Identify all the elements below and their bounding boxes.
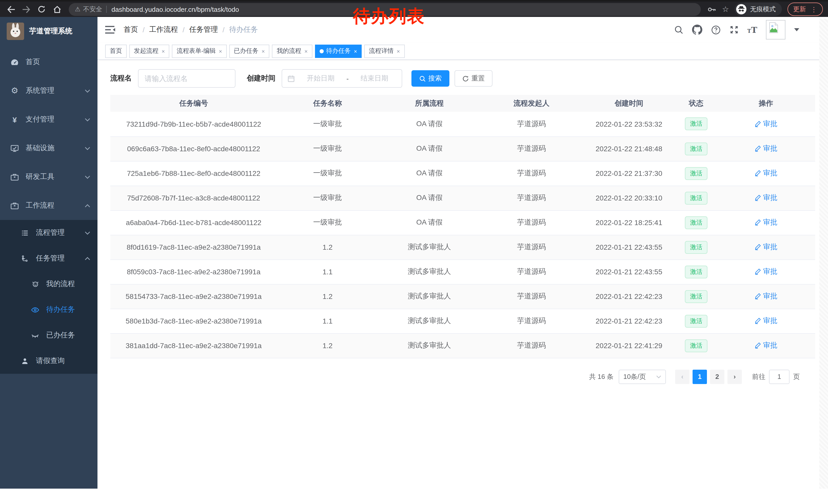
browser-menu-dots-icon[interactable]: ⋮ (811, 5, 817, 13)
browser-forward-icon[interactable] (18, 3, 34, 16)
sidebar-item-home[interactable]: 首页 (0, 48, 97, 77)
process-name: 测试多审批人 (378, 284, 481, 309)
github-icon[interactable] (692, 25, 702, 35)
approve-link[interactable]: 审批 (754, 292, 778, 301)
col-task-name: 任务名称 (277, 95, 378, 112)
approve-link[interactable]: 审批 (754, 144, 778, 153)
avatar[interactable] (766, 20, 785, 40)
browser-reload-icon[interactable] (34, 3, 49, 16)
date-range-picker[interactable]: 开始日期 - 结束日期 (282, 69, 402, 88)
chevron-up-icon (85, 257, 90, 260)
font-size-icon[interactable]: TT (747, 25, 757, 35)
sidebar-item-todo-tasks[interactable]: 待办任务 (0, 297, 97, 322)
approve-link[interactable]: 审批 (754, 267, 778, 276)
sidebar-item-label: 研发工具 (26, 172, 54, 182)
filter-form: 流程名 创建时间 开始日期 - 结束日期 搜索 (110, 65, 828, 92)
process-starter: 芋道源码 (481, 210, 582, 235)
scrollbar-strip[interactable] (819, 18, 828, 489)
tab-done-tasks[interactable]: 已办任务 × (229, 44, 270, 58)
sidebar-item-process-management[interactable]: 流程管理 (0, 220, 97, 245)
sidebar-item-my-process[interactable]: 我的流程 (0, 271, 97, 297)
process-starter: 芋道源码 (481, 309, 582, 333)
close-icon[interactable]: × (354, 48, 357, 54)
page-size-select[interactable]: 10条/页 (619, 369, 666, 384)
tab-todo-tasks[interactable]: 待办任务 × (315, 44, 362, 58)
table-row: 73211d9d-7b9b-11ec-b5b7-acde48001122 一级审… (110, 112, 815, 136)
status-badge: 激活 (685, 142, 707, 155)
approve-link[interactable]: 审批 (754, 218, 778, 227)
approve-link[interactable]: 审批 (754, 341, 778, 350)
approve-link[interactable]: 审批 (754, 169, 778, 178)
sidebar-item-system[interactable]: ⚙ 系统管理 (0, 77, 97, 105)
bookmark-star-icon[interactable]: ☆ (722, 5, 729, 14)
status-badge: 激活 (685, 241, 707, 254)
search-icon[interactable] (674, 25, 683, 34)
end-date-placeholder[interactable]: 结束日期 (353, 74, 397, 83)
password-key-icon[interactable] (707, 4, 716, 14)
goto-page-input[interactable] (769, 369, 790, 384)
task-id: a6aba0a4-7b6d-11ec-b781-acde48001122 (110, 210, 277, 235)
sidebar-item-task-management[interactable]: 任务管理 (0, 245, 97, 271)
tab-home[interactable]: 首页 (105, 44, 127, 58)
url-text[interactable]: dashboard.yudao.iocoder.cn/bpm/task/todo (112, 5, 239, 13)
sidebar-collapse-icon[interactable] (105, 25, 115, 34)
close-icon[interactable]: × (262, 48, 265, 54)
sidebar-item-leave-query[interactable]: 请假查询 (0, 348, 97, 374)
chevron-down-icon (85, 89, 90, 93)
help-icon[interactable] (711, 25, 720, 35)
task-name: 一级审批 (277, 112, 378, 136)
approve-link[interactable]: 审批 (754, 193, 778, 202)
person-icon (20, 357, 29, 365)
create-time: 2022-01-21 22:41:29 (582, 333, 676, 358)
browser-home-icon[interactable] (49, 3, 65, 16)
table-row: 8f0d1619-7ac8-11ec-a9e2-a2380e71991a 1.2… (110, 235, 815, 260)
todo-task-table: 任务编号 任务名称 所属流程 流程发起人 创建时间 状态 操作 (110, 95, 815, 358)
prev-page-button[interactable]: ‹ (675, 369, 690, 384)
fullscreen-icon[interactable] (729, 25, 739, 34)
page-button-2[interactable]: 2 (710, 369, 724, 384)
sidebar-item-label: 我的流程 (46, 279, 75, 289)
reset-button[interactable]: 重置 (455, 70, 493, 87)
close-icon[interactable]: × (397, 48, 400, 54)
update-label[interactable]: 更新 (793, 5, 806, 13)
approve-link[interactable]: 审批 (754, 316, 778, 326)
sidebar-item-infrastructure[interactable]: 基础设施 (0, 134, 97, 163)
browser-update-button[interactable]: 更新 ⋮ (787, 3, 823, 16)
process-starter: 芋道源码 (481, 260, 582, 284)
close-icon[interactable]: × (162, 48, 165, 54)
next-page-button[interactable]: › (728, 369, 742, 384)
avatar-caret-down-icon[interactable] (794, 28, 799, 31)
col-process: 所属流程 (378, 95, 481, 112)
approve-link[interactable]: 审批 (754, 242, 778, 252)
sidebar-item-done-tasks[interactable]: 已办任务 (0, 322, 97, 348)
create-time: 2022-01-21 22:43:55 (582, 235, 676, 260)
search-button[interactable]: 搜索 (411, 70, 449, 87)
close-icon[interactable]: × (219, 48, 222, 54)
eye-icon (31, 305, 40, 314)
tab-start-process[interactable]: 发起流程 × (129, 44, 170, 58)
task-name: 一级审批 (277, 210, 378, 235)
task-name: 1.1 (277, 260, 378, 284)
breadcrumb-workflow[interactable]: 工作流程 (149, 25, 178, 34)
security-label[interactable]: 不安全 (83, 5, 102, 13)
process-starter: 芋道源码 (481, 112, 582, 136)
start-date-placeholder[interactable]: 开始日期 (299, 74, 343, 83)
tab-process-detail[interactable]: 流程详情 × (364, 44, 405, 58)
breadcrumb-home[interactable]: 首页 (124, 25, 138, 34)
table-row: 069c6a63-7b8a-11ec-8ef0-acde48001122 一级审… (110, 136, 815, 161)
close-icon[interactable]: × (304, 48, 308, 54)
browser-back-icon[interactable] (3, 3, 18, 16)
status-badge: 激活 (685, 191, 707, 204)
sidebar-item-label: 基础设施 (26, 144, 54, 153)
tab-process-form-edit[interactable]: 流程表单-编辑 × (172, 44, 227, 58)
sidebar-item-workflow[interactable]: 工作流程 (0, 191, 97, 220)
sidebar-item-payment[interactable]: ¥ 支付管理 (0, 105, 97, 134)
breadcrumb-task-management[interactable]: 任务管理 (189, 25, 218, 34)
app-logo-row[interactable]: 芋道管理系统 (0, 17, 97, 46)
process-name-input[interactable] (138, 69, 236, 88)
approve-link[interactable]: 审批 (754, 119, 778, 129)
sidebar-menu: 首页 ⚙ 系统管理 ¥ 支付管理 基础设施 (0, 48, 97, 374)
page-button-1[interactable]: 1 (693, 369, 707, 384)
sidebar-item-devtools[interactable]: 研发工具 (0, 163, 97, 191)
tab-my-process[interactable]: 我的流程 × (272, 44, 313, 58)
